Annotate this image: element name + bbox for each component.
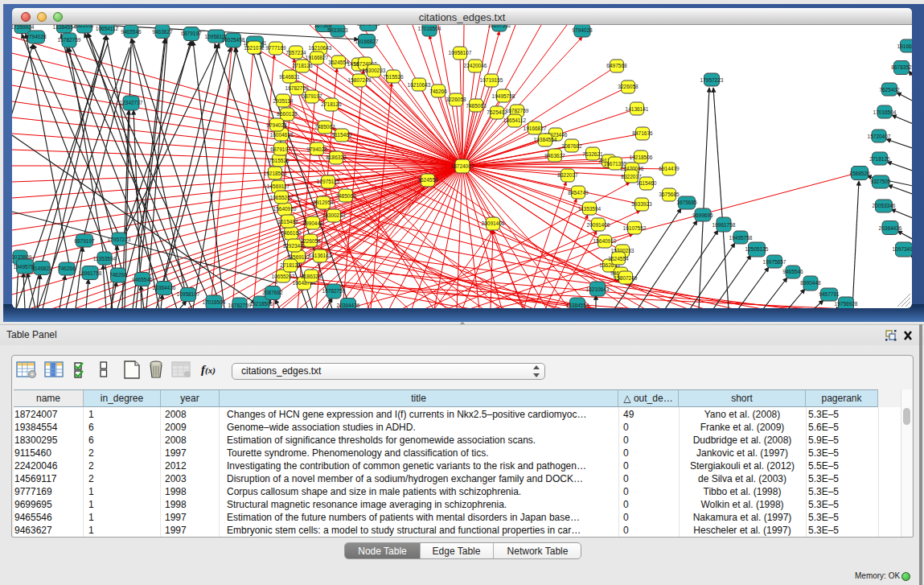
- svg-text:15807249: 15807249: [614, 275, 638, 281]
- svg-text:22420046: 22420046: [464, 63, 487, 68]
- svg-text:16210643: 16210643: [408, 82, 431, 88]
- svg-text:17016504: 17016504: [203, 299, 226, 305]
- svg-text:10958107: 10958107: [177, 291, 200, 297]
- svg-text:6879197: 6879197: [302, 93, 322, 99]
- svg-text:10973493: 10973493: [357, 25, 380, 27]
- svg-text:2718126: 2718126: [869, 156, 890, 162]
- svg-text:16782759: 16782759: [228, 303, 252, 308]
- svg-text:2718126: 2718126: [321, 101, 342, 107]
- svg-text:8322037: 8322037: [74, 25, 95, 28]
- svg-text:10958107: 10958107: [449, 50, 472, 56]
- svg-text:3226058: 3226058: [446, 97, 466, 102]
- svg-text:16782759: 16782759: [322, 288, 346, 294]
- svg-text:2935114: 2935114: [273, 98, 294, 104]
- svg-text:20091406: 20091406: [482, 220, 505, 226]
- svg-text:10025458: 10025458: [222, 37, 245, 43]
- svg-text:9463627: 9463627: [152, 29, 173, 35]
- svg-text:17957223: 17957223: [700, 77, 724, 83]
- svg-text:9777169: 9777169: [265, 45, 286, 51]
- svg-text:19495758: 19495758: [729, 235, 753, 241]
- svg-text:9146821: 9146821: [279, 74, 300, 80]
- svg-text:17359924: 17359924: [12, 25, 35, 30]
- svg-text:3675685: 3675685: [676, 200, 697, 205]
- svg-text:5933923: 5933923: [327, 27, 348, 33]
- svg-text:7485063: 7485063: [335, 193, 356, 199]
- svg-text:7515526: 7515526: [269, 158, 290, 163]
- svg-text:9463627: 9463627: [544, 153, 565, 159]
- svg-text:15300233: 15300233: [322, 212, 346, 218]
- svg-text:7625402: 7625402: [487, 109, 507, 115]
- svg-text:15640910: 15640910: [273, 206, 297, 212]
- svg-text:15807249: 15807249: [348, 77, 372, 83]
- svg-text:10654112: 10654112: [96, 26, 119, 31]
- svg-text:2718126: 2718126: [280, 262, 301, 268]
- svg-text:6879197: 6879197: [181, 31, 202, 36]
- svg-text:8660128: 8660128: [277, 111, 298, 117]
- svg-text:3226058: 3226058: [300, 238, 321, 244]
- svg-text:19166827: 19166827: [355, 39, 379, 44]
- svg-text:1615483: 1615483: [277, 219, 298, 225]
- svg-text:2718126: 2718126: [292, 63, 313, 68]
- svg-text:2087682: 2087682: [561, 143, 582, 149]
- svg-text:16004678: 16004678: [270, 132, 294, 138]
- svg-text:9794028: 9794028: [572, 27, 593, 33]
- svg-text:7632621: 7632621: [582, 151, 603, 157]
- svg-text:16782759: 16782759: [58, 37, 81, 43]
- svg-text:9794028: 9794028: [26, 34, 47, 39]
- svg-text:12923446: 12923446: [283, 243, 306, 249]
- svg-text:18724007: 18724007: [451, 163, 474, 169]
- svg-text:3624554: 3624554: [608, 256, 629, 262]
- svg-text:5933923: 5933923: [631, 201, 652, 207]
- svg-text:11353594: 11353594: [578, 206, 602, 212]
- svg-text:19975857: 19975857: [763, 259, 786, 265]
- svg-text:14569117: 14569117: [267, 183, 290, 189]
- svg-text:19495758: 19495758: [492, 93, 515, 99]
- svg-text:20364436: 20364436: [153, 285, 176, 290]
- svg-text:12975115: 12975115: [317, 179, 340, 184]
- svg-text:13384554: 13384554: [566, 303, 589, 308]
- svg-text:7515526: 7515526: [383, 74, 404, 80]
- svg-text:9794028: 9794028: [266, 122, 287, 128]
- svg-text:8471676: 8471676: [632, 130, 653, 136]
- svg-text:3226058: 3226058: [618, 84, 639, 89]
- svg-text:6879197: 6879197: [74, 238, 95, 244]
- svg-text:16107552: 16107552: [488, 25, 511, 28]
- svg-text:15300233: 15300233: [363, 68, 386, 73]
- svg-text:16961758: 16961758: [79, 270, 102, 276]
- svg-text:17957223: 17957223: [108, 237, 131, 242]
- svg-text:10719155: 10719155: [480, 77, 503, 83]
- svg-text:f(x): f(x): [201, 363, 216, 376]
- svg-text:16107552: 16107552: [623, 225, 647, 231]
- svg-text:8990448: 8990448: [302, 220, 323, 226]
- svg-text:19384554: 19384554: [534, 137, 557, 142]
- svg-text:20364436: 20364436: [879, 225, 902, 231]
- svg-text:14136141: 14136141: [309, 253, 332, 258]
- svg-text:3912954: 3912954: [313, 200, 334, 205]
- svg-text:8322037: 8322037: [557, 172, 578, 178]
- svg-text:20364436: 20364436: [337, 303, 360, 308]
- svg-text:3675685: 3675685: [659, 192, 680, 197]
- svg-text:8322037: 8322037: [621, 174, 642, 179]
- svg-text:10655267: 10655267: [270, 195, 294, 200]
- svg-text:11353594: 11353594: [93, 256, 117, 262]
- svg-text:16782759: 16782759: [506, 108, 529, 113]
- svg-text:19218506: 19218506: [630, 154, 653, 160]
- svg-text:8186323: 8186323: [326, 154, 347, 160]
- svg-text:746266: 746266: [58, 266, 76, 271]
- svg-text:16961758: 16961758: [713, 222, 736, 228]
- svg-text:19166827: 19166827: [306, 55, 329, 60]
- svg-text:1621072: 1621072: [244, 45, 265, 51]
- svg-text:6879197: 6879197: [270, 146, 291, 152]
- svg-text:9794028: 9794028: [306, 146, 327, 152]
- svg-text:16210643: 16210643: [309, 45, 332, 51]
- svg-text:6497568: 6497568: [606, 63, 627, 68]
- svg-text:20053346: 20053346: [873, 203, 896, 208]
- svg-text:19218506: 19218506: [250, 301, 273, 307]
- svg-text:14136141: 14136141: [626, 106, 649, 112]
- svg-text:9699695: 9699695: [692, 212, 713, 218]
- svg-text:8990448: 8990448: [800, 280, 821, 286]
- svg-text:15720407: 15720407: [868, 134, 891, 139]
- svg-text:746266: 746266: [109, 272, 127, 278]
- svg-text:9115460: 9115460: [332, 132, 352, 138]
- svg-text:15640910: 15640910: [593, 238, 617, 244]
